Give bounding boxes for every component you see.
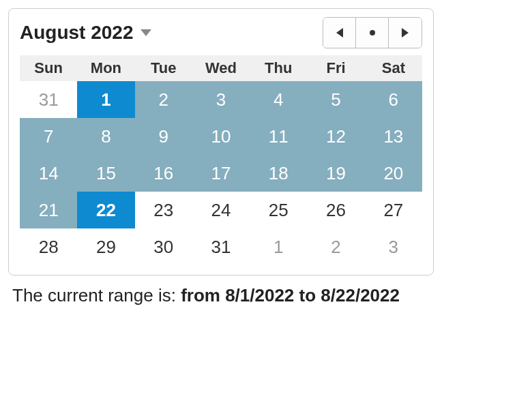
weekday-header: Tue [135, 55, 192, 81]
day-cell[interactable]: 22 [77, 192, 134, 228]
calendar-week: 31123456 [20, 81, 422, 118]
day-cell[interactable]: 29 [77, 228, 134, 265]
day-cell[interactable]: 3 [365, 228, 422, 265]
day-cell[interactable]: 31 [20, 81, 77, 118]
svg-marker-0 [141, 29, 151, 36]
caret-down-icon [139, 28, 153, 38]
today-button[interactable] [356, 18, 389, 48]
day-cell[interactable]: 5 [307, 81, 364, 118]
day-cell[interactable]: 20 [365, 155, 422, 192]
dot-icon [368, 28, 377, 38]
triangle-right-icon [400, 27, 410, 38]
day-cell[interactable]: 10 [192, 118, 250, 155]
day-cell[interactable]: 7 [20, 118, 77, 155]
day-cell[interactable]: 2 [307, 228, 364, 265]
day-cell[interactable]: 2 [135, 81, 192, 118]
day-cell[interactable]: 1 [250, 228, 307, 265]
triangle-left-icon [335, 27, 344, 38]
day-cell[interactable]: 16 [135, 155, 192, 192]
svg-point-2 [370, 30, 375, 35]
weekday-header: Fri [307, 55, 364, 81]
day-cell[interactable]: 31 [192, 228, 250, 265]
day-cell[interactable]: 3 [192, 81, 250, 118]
weekday-header: Sat [365, 55, 422, 81]
calendar-week: 28293031123 [20, 228, 422, 265]
range-summary: The current range is: from 8/1/2022 to 8… [12, 285, 524, 306]
day-cell[interactable]: 28 [20, 228, 77, 265]
day-cell[interactable]: 4 [250, 81, 307, 118]
day-cell[interactable]: 21 [20, 192, 77, 228]
calendar-week: 14151617181920 [20, 155, 422, 192]
day-cell[interactable]: 11 [250, 118, 307, 155]
day-cell[interactable]: 17 [192, 155, 250, 192]
weekday-header: Thu [250, 55, 307, 81]
day-cell[interactable]: 27 [365, 192, 422, 228]
day-cell[interactable]: 30 [135, 228, 192, 265]
day-cell[interactable]: 24 [192, 192, 250, 228]
day-cell[interactable]: 8 [77, 118, 134, 155]
day-cell[interactable]: 6 [365, 81, 422, 118]
month-label: August 2022 [20, 22, 134, 44]
calendar-header: August 2022 [20, 17, 422, 48]
calendar-grid: Sun Mon Tue Wed Thu Fri Sat 311234567891… [20, 55, 422, 265]
day-cell[interactable]: 19 [307, 155, 364, 192]
calendar-week: 78910111213 [20, 118, 422, 155]
range-prefix: The current range is: [12, 285, 181, 306]
range-value: from 8/1/2022 to 8/22/2022 [181, 285, 400, 306]
day-cell[interactable]: 15 [77, 155, 134, 192]
day-cell[interactable]: 12 [307, 118, 364, 155]
svg-marker-3 [402, 28, 409, 38]
day-cell[interactable]: 23 [135, 192, 192, 228]
day-cell[interactable]: 25 [250, 192, 307, 228]
calendar-week: 21222324252627 [20, 192, 422, 228]
prev-month-button[interactable] [323, 18, 356, 48]
day-cell[interactable]: 13 [365, 118, 422, 155]
day-cell[interactable]: 1 [77, 81, 134, 118]
weekday-header: Sun [20, 55, 77, 81]
day-cell[interactable]: 9 [135, 118, 192, 155]
weekday-header: Wed [192, 55, 250, 81]
nav-button-group [323, 17, 422, 48]
day-cell[interactable]: 26 [307, 192, 364, 228]
calendar-panel: August 2022 [8, 8, 434, 276]
weekday-header: Mon [77, 55, 134, 81]
day-cell[interactable]: 18 [250, 155, 307, 192]
next-month-button[interactable] [389, 18, 422, 48]
weekday-row: Sun Mon Tue Wed Thu Fri Sat [20, 55, 422, 81]
day-cell[interactable]: 14 [20, 155, 77, 192]
month-picker[interactable]: August 2022 [20, 22, 153, 44]
svg-marker-1 [336, 28, 343, 38]
